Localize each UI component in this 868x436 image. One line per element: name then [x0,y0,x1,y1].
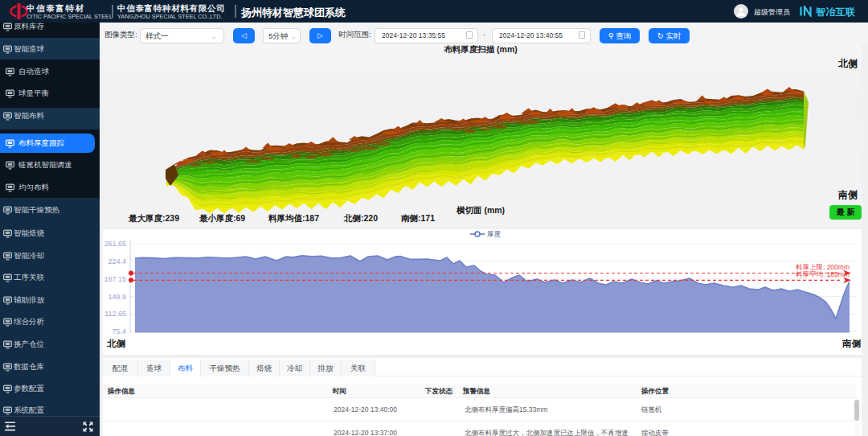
svg-text:厚度: 厚度 [487,230,502,238]
svg-text:187.15: 187.15 [104,275,126,283]
svg-text:149.9: 149.9 [108,293,126,301]
svg-text:料厚平均: 185mm: 料厚平均: 185mm [796,270,850,278]
svg-text:75.4: 75.4 [112,327,126,335]
svg-text:224.4: 224.4 [108,257,126,265]
svg-text:261.65: 261.65 [104,240,126,248]
svg-text:112.65: 112.65 [104,310,126,318]
